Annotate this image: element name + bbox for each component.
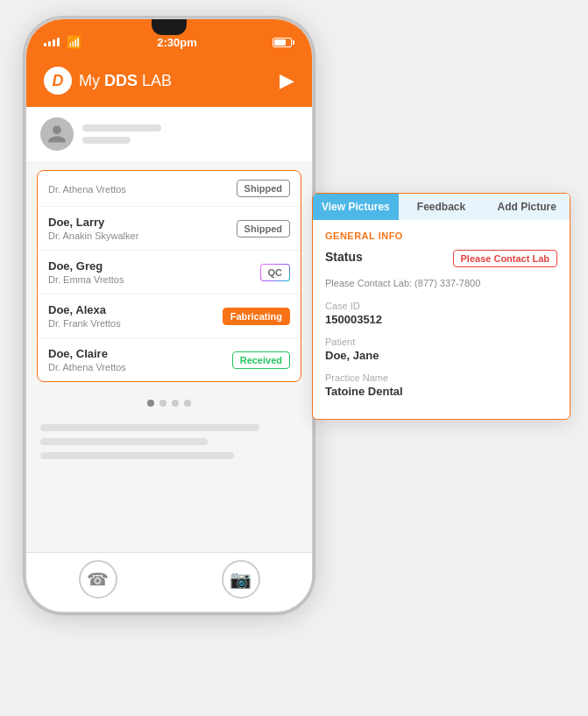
panel-tabs: View Pictures Feedback Add Picture: [313, 194, 570, 220]
status-badge: Received: [232, 351, 290, 369]
case-name: Doe, Alexa: [48, 303, 121, 316]
status-time: 2:30pm: [157, 36, 197, 49]
avatar: [40, 117, 74, 151]
app-title: My DDS LAB: [79, 72, 172, 90]
tab-view-pictures[interactable]: View Pictures: [313, 194, 399, 220]
patient-label: Patient: [325, 337, 557, 347]
detail-panel: View Pictures Feedback Add Picture GENER…: [312, 193, 570, 420]
phone-shell: 📶 2:30pm D My DDS LAB ▶: [25, 18, 314, 613]
status-row: Status Please Contact Lab: [325, 250, 557, 267]
page-dots: [26, 391, 312, 415]
table-row[interactable]: Dr. Athena Vrettos Shipped: [38, 171, 301, 207]
bottom-nav: ☎ 📷: [26, 552, 312, 612]
patient-group: Patient Doe, Jane: [325, 337, 557, 362]
phone-content: Dr. Athena Vrettos Shipped Doe, Larry Dr…: [26, 107, 312, 601]
dot-2: [159, 400, 166, 407]
table-row[interactable]: Doe, Claire Dr. Athena Vrettos Received: [38, 338, 301, 381]
table-row[interactable]: Doe, Alexa Dr. Frank Vrettos Fabricating: [38, 294, 301, 338]
profile-line-1: [82, 124, 161, 131]
case-id-value: 150003512: [325, 313, 557, 326]
dot-1: [147, 400, 154, 407]
skeleton-line: [40, 452, 234, 459]
status-badge: Shipped: [237, 220, 290, 237]
status-bar: 📶 2:30pm: [26, 19, 312, 58]
send-icon[interactable]: ▶: [280, 69, 294, 92]
battery-icon: [273, 38, 294, 47]
profile-lines: [82, 124, 161, 144]
skeleton-area: [26, 415, 312, 468]
status-field-label: Status: [325, 250, 363, 264]
case-doctor: Dr. Frank Vrettos: [48, 318, 121, 329]
cases-list: Dr. Athena Vrettos Shipped Doe, Larry Dr…: [37, 170, 301, 382]
status-badge: Fabricating: [223, 308, 290, 325]
status-badge: Shipped: [237, 180, 290, 197]
tab-feedback[interactable]: Feedback: [399, 194, 485, 220]
status-pill: Please Contact Lab: [453, 250, 557, 267]
skeleton-line: [40, 424, 259, 431]
panel-body: GENERAL INFO Status Please Contact Lab P…: [313, 220, 570, 419]
table-row[interactable]: Doe, Greg Dr. Emma Vrettos QC: [38, 251, 301, 294]
profile-line-2: [82, 137, 131, 144]
contact-note: Please Contact Lab: (877) 337-7800: [325, 278, 557, 288]
dot-3: [172, 400, 179, 407]
tab-add-picture[interactable]: Add Picture: [484, 194, 570, 220]
patient-value: Doe, Jane: [325, 349, 557, 362]
profile-area: [26, 107, 312, 161]
phone-call-button[interactable]: ☎: [79, 560, 117, 599]
camera-button[interactable]: 📷: [222, 560, 260, 599]
status-left: 📶: [44, 35, 81, 49]
user-icon: [46, 124, 67, 145]
case-name: Doe, Claire: [48, 347, 126, 360]
dot-4: [184, 400, 191, 407]
app-header: D My DDS LAB ▶: [26, 58, 312, 107]
case-name: Doe, Larry: [48, 216, 138, 229]
signal-bars-icon: [44, 38, 60, 46]
case-id-group: Case ID 150003512: [325, 301, 557, 326]
status-badge: QC: [260, 264, 291, 281]
case-id-label: Case ID: [325, 301, 557, 311]
case-doctor: Dr. Athena Vrettos: [48, 362, 126, 372]
status-right: [273, 38, 294, 47]
notch: [152, 19, 187, 35]
table-row[interactable]: Doe, Larry Dr. Anakin Skywalker Shipped: [38, 207, 301, 251]
practice-value: Tatoine Dental: [325, 385, 557, 398]
logo-d-icon: D: [44, 67, 72, 95]
case-doctor: Dr. Anakin Skywalker: [48, 230, 138, 241]
case-name: Doe, Greg: [48, 259, 124, 273]
case-doctor: Dr. Emma Vrettos: [48, 274, 124, 285]
practice-label: Practice Name: [325, 372, 557, 383]
case-doctor: Dr. Athena Vrettos: [48, 184, 126, 195]
scene: 📶 2:30pm D My DDS LAB ▶: [0, 0, 588, 716]
wifi-icon: 📶: [67, 35, 81, 49]
skeleton-line: [40, 438, 208, 445]
section-label: GENERAL INFO: [325, 230, 557, 241]
logo-area: D My DDS LAB: [44, 67, 172, 95]
practice-group: Practice Name Tatoine Dental: [325, 372, 557, 398]
